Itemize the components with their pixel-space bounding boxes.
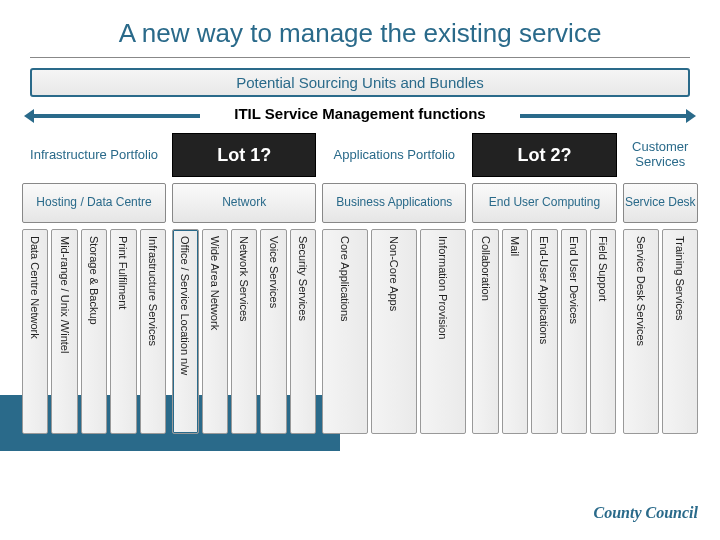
vbox: Storage & Backup [81,229,107,434]
vbox: End-User Applications [531,229,557,434]
vbox: Service Desk Services [623,229,659,434]
col-infrastructure: Infrastructure Portfolio Hosting / Data … [22,133,166,434]
vbox: Print Fulfilment [110,229,136,434]
itil-text: ITIL Service Management functions [234,105,485,122]
mid-hosting: Hosting / Data Centre [22,183,166,223]
span-bar-left [30,114,200,118]
col-applications: Applications Portfolio Business Applicat… [322,133,466,434]
vbox: Training Services [662,229,698,434]
vbox: Information Provision [420,229,466,434]
vbox: Field Support [590,229,616,434]
col-lot1: Lot 1? Network Office / Service Location… [172,133,316,434]
footer-brand: County Council [594,504,698,522]
vbox: Collaboration [472,229,498,434]
vbox: Wide Area Network [202,229,228,434]
page-title: A new way to manage the existing service [30,0,690,58]
verts-lot2: Collaboration Mail End-User Applications… [472,229,616,434]
verts-lot1: Office / Service Location n/w Wide Area … [172,229,316,434]
verts-infra: Data Centre Network Mid-range / Unix /Wi… [22,229,166,434]
mid-euc: End User Computing [472,183,616,223]
diagram-grid: Infrastructure Portfolio Hosting / Data … [22,133,698,434]
mid-service-desk: Service Desk [623,183,699,223]
col-lot2: Lot 2? End User Computing Collaboration … [472,133,616,434]
vbox: Office / Service Location n/w [172,229,198,434]
vbox: Non-Core Apps [371,229,417,434]
header-customer: Customer Services [623,133,699,177]
vbox: Voice Services [260,229,286,434]
vbox: Infrastructure Services [140,229,166,434]
vbox: Data Centre Network [22,229,48,434]
vbox: Mid-range / Unix /Wintel [51,229,77,434]
mid-business-apps: Business Applications [322,183,466,223]
span-bar-right [520,114,690,118]
header-infrastructure: Infrastructure Portfolio [22,133,166,177]
vbox: End User Devices [561,229,587,434]
verts-apps: Core Applications Non-Core Apps Informat… [322,229,466,434]
vbox: Security Services [290,229,316,434]
sub-banner: Potential Sourcing Units and Bundles [30,68,690,97]
header-lot2: Lot 2? [472,133,616,177]
verts-cust: Service Desk Services Training Services [623,229,699,434]
vbox: Network Services [231,229,257,434]
itil-span-label: ITIL Service Management functions [30,105,690,127]
vbox: Core Applications [322,229,368,434]
col-customer: Customer Services Service Desk Service D… [623,133,699,434]
header-lot1: Lot 1? [172,133,316,177]
vbox: Mail [502,229,528,434]
arrow-right-icon [686,109,696,123]
mid-network: Network [172,183,316,223]
header-applications: Applications Portfolio [322,133,466,177]
